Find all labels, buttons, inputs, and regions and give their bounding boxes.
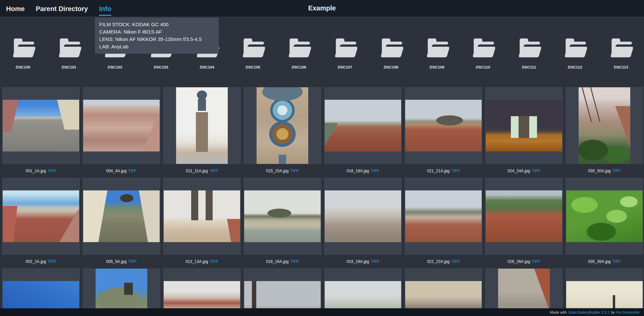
gallery-cell: 026_26A.jpg TIFF bbox=[485, 178, 563, 268]
gallery-cell: 016_16A.jpg TIFF bbox=[244, 178, 321, 268]
nav-parent-directory[interactable]: Parent Directory bbox=[36, 1, 88, 16]
photo-thumbnail[interactable] bbox=[164, 190, 240, 242]
open-folder-icon bbox=[55, 36, 84, 58]
nav-home[interactable]: Home bbox=[6, 1, 25, 16]
photo-thumbnail[interactable] bbox=[83, 190, 160, 242]
thumbnail-tile bbox=[83, 87, 160, 164]
tiff-link[interactable]: TIFF bbox=[371, 259, 379, 264]
author-link[interactable]: Flo Greistorfer. bbox=[616, 310, 641, 314]
thumbnail-caption: 011_11A.jpg TIFF bbox=[163, 164, 241, 178]
footer-by-text: by bbox=[611, 310, 615, 314]
folder-item[interactable]: DSC112 bbox=[552, 36, 598, 69]
folder-label: DSC112 bbox=[568, 65, 582, 69]
folder-item[interactable]: DSC101 bbox=[46, 36, 92, 69]
filename-link[interactable]: 035_35A.jpg bbox=[588, 259, 610, 264]
folder-item[interactable]: DSC111 bbox=[506, 36, 552, 69]
folder-label: DSC100 bbox=[16, 65, 30, 69]
tiff-link[interactable]: TIFF bbox=[128, 259, 137, 264]
nav-info[interactable]: Info bbox=[99, 1, 111, 16]
open-folder-icon bbox=[423, 36, 451, 58]
thumbnail-tile bbox=[2, 178, 80, 255]
thumbnail-caption: 022_22A.jpg TIFF bbox=[405, 255, 482, 268]
filename-link[interactable]: 013_13A.jpg bbox=[185, 259, 208, 264]
thumbnail-tile bbox=[244, 87, 321, 164]
photo-thumbnail[interactable] bbox=[405, 100, 482, 151]
photo-thumbnail[interactable] bbox=[3, 100, 79, 151]
tiff-link[interactable]: TIFF bbox=[532, 259, 540, 264]
filename-link[interactable]: 030_30A.jpg bbox=[588, 169, 610, 173]
folder-item[interactable]: DSC106 bbox=[276, 36, 322, 69]
thumbnail-tile bbox=[244, 178, 321, 255]
tiff-link[interactable]: TIFF bbox=[48, 259, 56, 264]
tiff-link[interactable]: TIFF bbox=[128, 169, 137, 173]
filename-link[interactable]: 016_16A.jpg bbox=[266, 259, 288, 264]
folder-item[interactable]: DSC107 bbox=[322, 36, 368, 69]
folder-label: DSC102 bbox=[108, 65, 122, 69]
filename-link[interactable]: 022_22A.jpg bbox=[427, 259, 449, 264]
filename-link[interactable]: 004_4A.jpg bbox=[106, 169, 126, 173]
tiff-link[interactable]: TIFF bbox=[612, 259, 621, 264]
folder-label: DSC106 bbox=[292, 65, 306, 69]
top-nav-bar: Home Parent Directory Info Example bbox=[0, 0, 644, 16]
filename-link[interactable]: 001_1A.jpg bbox=[25, 169, 46, 173]
folder-label: DSC104 bbox=[200, 65, 214, 69]
filename-link[interactable]: 026_26A.jpg bbox=[507, 259, 530, 264]
photo-thumbnail[interactable] bbox=[3, 190, 79, 242]
folder-item[interactable]: DSC105 bbox=[230, 36, 276, 69]
footer-bar: Made with StaticGalleryBuilder 2.3.1 by … bbox=[0, 308, 644, 316]
thumbnail-caption: 024_24A.jpg TIFF bbox=[485, 164, 563, 178]
filename-link[interactable]: 015_15A.jpg bbox=[266, 169, 288, 173]
folder-item[interactable]: DSC100 bbox=[0, 36, 46, 69]
folder-label: DSC111 bbox=[522, 65, 536, 69]
tiff-link[interactable]: TIFF bbox=[451, 169, 460, 173]
tiff-link[interactable]: TIFF bbox=[210, 169, 218, 173]
photo-thumbnail[interactable] bbox=[325, 190, 401, 242]
tiff-link[interactable]: TIFF bbox=[210, 259, 218, 264]
nav-links: Home Parent Directory Info bbox=[6, 1, 111, 16]
folder-item[interactable]: DSC113 bbox=[598, 36, 644, 69]
filename-link[interactable]: 024_24A.jpg bbox=[507, 169, 530, 173]
gallery-cell: 001_1A.jpg TIFF bbox=[2, 87, 80, 178]
open-folder-icon bbox=[377, 36, 406, 58]
filename-link[interactable]: 018_18A.jpg bbox=[346, 169, 369, 173]
photo-thumbnail[interactable] bbox=[566, 190, 643, 242]
photo-thumbnail[interactable] bbox=[325, 100, 401, 151]
photo-thumbnail[interactable] bbox=[405, 190, 482, 242]
photo-thumbnail[interactable] bbox=[486, 100, 562, 151]
thumbnail-caption: 026_26A.jpg TIFF bbox=[485, 255, 563, 268]
photo-thumbnail[interactable] bbox=[176, 87, 228, 164]
footer-made-with-text: Made with bbox=[550, 310, 567, 314]
filename-link[interactable]: 005_5A.jpg bbox=[106, 259, 126, 264]
folder-item[interactable]: DSC110 bbox=[460, 36, 506, 69]
folder-item[interactable]: DSC109 bbox=[414, 36, 460, 69]
filename-link[interactable]: 011_11A.jpg bbox=[186, 169, 208, 173]
tiff-link[interactable]: TIFF bbox=[371, 169, 379, 173]
tiff-link[interactable]: TIFF bbox=[290, 259, 299, 264]
photo-thumbnail[interactable] bbox=[244, 190, 321, 242]
tooltip-line-camera: CAMERA: Nikon F-801S AF bbox=[99, 28, 214, 36]
tiff-link[interactable]: TIFF bbox=[532, 169, 540, 173]
page-title: Example bbox=[308, 4, 336, 12]
photo-thumbnail[interactable] bbox=[486, 190, 562, 242]
tiff-link[interactable]: TIFF bbox=[612, 169, 621, 173]
tiff-link[interactable]: TIFF bbox=[451, 259, 460, 264]
open-folder-icon bbox=[9, 36, 38, 58]
tiff-link[interactable]: TIFF bbox=[48, 169, 56, 173]
thumbnail-tile bbox=[485, 178, 563, 255]
gallery-cell: 002_2A.jpg TIFF bbox=[2, 178, 80, 268]
tooltip-line-lab: LAB: AnyLab bbox=[99, 43, 214, 50]
gallery-row: 001_1A.jpg TIFF 004_4A.jpg TIFF 011_11A.… bbox=[0, 87, 644, 178]
filename-link[interactable]: 002_2A.jpg bbox=[25, 259, 46, 264]
gallery-cell: 015_15A.jpg TIFF bbox=[244, 87, 321, 178]
open-folder-icon bbox=[560, 36, 589, 58]
photo-thumbnail[interactable] bbox=[83, 100, 160, 151]
gallery-cell: 035_35A.jpg TIFF bbox=[566, 178, 643, 268]
folder-item[interactable]: DSC108 bbox=[368, 36, 414, 69]
thumbnail-tile bbox=[485, 87, 563, 164]
filename-link[interactable]: 019_19A.jpg bbox=[346, 259, 369, 264]
photo-thumbnail[interactable] bbox=[257, 87, 308, 164]
photo-thumbnail[interactable] bbox=[579, 87, 630, 164]
builder-link[interactable]: StaticGalleryBuilder 2.3.1 bbox=[568, 310, 610, 314]
tiff-link[interactable]: TIFF bbox=[290, 169, 299, 173]
filename-link[interactable]: 021_21A.jpg bbox=[427, 169, 449, 173]
